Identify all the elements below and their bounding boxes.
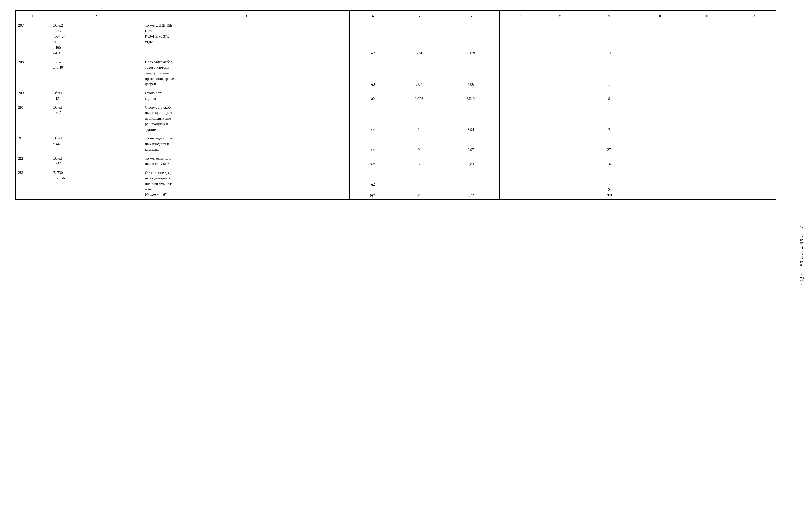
row-211-col12 — [730, 134, 776, 154]
row-213-col12 — [730, 169, 776, 200]
row-208-desc: Прокладка асбес-тового картонамежду щита… — [142, 58, 350, 89]
row-209-num: 209 — [16, 89, 50, 103]
col-header-12: I2 — [730, 11, 776, 21]
table-header-row: I 2 3 4 5 6 7 8 9 IO II I2 — [16, 11, 776, 21]
col-header-1: I — [16, 11, 50, 21]
row-212-unit: к-т — [350, 154, 396, 169]
row-209-desc: Стоимостькартона — [142, 89, 350, 103]
row-208-price: 4,86 — [442, 58, 499, 89]
row-210-num: 2I0 — [16, 103, 50, 134]
row-209-unit: м2 — [350, 89, 396, 103]
row-211-col7 — [500, 134, 540, 154]
row-209-col9: 8 — [580, 89, 638, 103]
row-210-price: 8,94 — [442, 103, 499, 134]
table-row: 2I2 Сб.ч.Iп.450 То же, однополь-ных в са… — [16, 154, 776, 169]
table-row: 2I0 Сб.ч.Iп.447 Стоимость скобя-ных изде… — [16, 103, 776, 134]
table-row: 209 Сб.ч.Iп.I2 Стоимостькартона м2 0,026… — [16, 89, 776, 103]
row-211-price: 2,97 — [442, 134, 499, 154]
table-row: 2II Сб.ч.Iп.448 То же, однополь-ных вход… — [16, 134, 776, 154]
row-211-col11 — [684, 134, 730, 154]
col-header-9: 9 — [580, 11, 638, 21]
row-212-col12 — [730, 154, 776, 169]
row-209-col8 — [540, 89, 580, 103]
row-207-desc: То же, ДН 2I-I5БПГУI7,3+I,9Ix0,37xxI,02 — [142, 21, 350, 58]
col-header-10: IO — [638, 11, 684, 21]
row-207-qty: 6,I4 — [396, 21, 442, 58]
row-213-qty: 0,89 — [396, 169, 442, 200]
row-210-col10 — [638, 103, 684, 134]
table-row: 208 26-37ш.8-I0 Прокладка асбес-тового к… — [16, 58, 776, 89]
row-208-qty: 0,04 — [396, 58, 442, 89]
row-208-col12 — [730, 58, 776, 89]
row-213-unit: м2руб — [350, 169, 396, 200]
row-209-col10 — [638, 89, 684, 103]
row-210-col9: I8 — [580, 103, 638, 134]
row-209-price: 3I2,0 — [442, 89, 499, 103]
row-212-desc: То же, однополь-ных в санузлах — [142, 154, 350, 169]
row-209-col11 — [684, 89, 730, 103]
row-213-price: 2,22 — [442, 169, 499, 200]
row-213-desc: Остекление двер-ных одинарныхполотен 4мм… — [142, 169, 350, 200]
row-208-col11 — [684, 58, 730, 89]
row-212-price: 2,83 — [442, 154, 499, 169]
row-211-desc: То же, однополь-ных входных вкомнаты — [142, 134, 350, 154]
table-row: 2I3 I5-730ш.20I-6 Остекление двер-ных од… — [16, 169, 776, 200]
row-211-num: 2II — [16, 134, 50, 154]
row-211-unit: к-т — [350, 134, 396, 154]
row-207-col7 — [500, 21, 540, 58]
row-207-num: 207 — [16, 21, 50, 58]
table-row: 207 Сб.ч.2п.242пр07-27--01п.I90таб3 То ж… — [16, 21, 776, 58]
side-label: 503-2-I4.86 /ЛП/ · 43 · — [794, 0, 809, 511]
col-header-2: 2 — [50, 11, 142, 21]
row-209-qty: 0,026 — [396, 89, 442, 103]
row-207-unit: м2 — [350, 21, 396, 58]
document-id-label: 503-2-I4.86 /ЛП/ — [799, 226, 805, 266]
col-header-6: 6 — [442, 11, 499, 21]
row-208-col7 — [500, 58, 540, 89]
col-header-4: 4 — [350, 11, 396, 21]
row-207-col9: III — [580, 21, 638, 58]
row-212-col10 — [638, 154, 684, 169]
row-210-qty: 2 — [396, 103, 442, 134]
row-213-col7 — [500, 169, 540, 200]
row-212-num: 2I2 — [16, 154, 50, 169]
row-213-col11 — [684, 169, 730, 200]
row-213-num: 2I3 — [16, 169, 50, 200]
row-210-ref: Сб.ч.Iп.447 — [50, 103, 142, 134]
col-header-3: 3 — [142, 11, 350, 21]
row-210-col11 — [684, 103, 730, 134]
row-210-desc: Стоимость скобя-ных изделий длядвупольны… — [142, 103, 350, 134]
row-213-ref: I5-730ш.20I-6 — [50, 169, 142, 200]
row-208-ref: 26-37ш.8-I0 — [50, 58, 142, 89]
row-207-price: I8,02I — [442, 21, 499, 58]
row-208-num: 208 — [16, 58, 50, 89]
row-212-col7 — [500, 154, 540, 169]
row-208-col8 — [540, 58, 580, 89]
row-208-col9: I — [580, 58, 638, 89]
row-209-col12 — [730, 89, 776, 103]
row-211-col8 — [540, 134, 580, 154]
row-213-col9: 2769 — [580, 169, 638, 200]
page-container: 503-2-I4.86 /ЛП/ · 43 · I 2 3 4 5 6 7 8 … — [0, 0, 812, 511]
row-207-col11 — [684, 21, 730, 58]
row-207-col8 — [540, 21, 580, 58]
row-213-col8 — [540, 169, 580, 200]
row-207-col12 — [730, 21, 776, 58]
page-number-label: · 43 · — [799, 274, 805, 285]
main-table: I 2 3 4 5 6 7 8 9 IO II I2 207 Сб.ч.2п.2… — [15, 10, 776, 200]
row-212-qty: 5 — [396, 154, 442, 169]
row-211-col10 — [638, 134, 684, 154]
row-212-col8 — [540, 154, 580, 169]
row-211-ref: Сб.ч.Iп.448 — [50, 134, 142, 154]
row-209-ref: Сб.ч.Iп.I2 — [50, 89, 142, 103]
col-header-5: 5 — [396, 11, 442, 21]
row-212-col11 — [684, 154, 730, 169]
row-211-col9: 27 — [580, 134, 638, 154]
row-210-col12 — [730, 103, 776, 134]
col-header-11: II — [684, 11, 730, 21]
row-208-col10 — [638, 58, 684, 89]
row-210-col7 — [500, 103, 540, 134]
col-header-8: 8 — [540, 11, 580, 21]
row-213-itogo-label: Итого по "б" — [145, 193, 167, 197]
row-207-ref: Сб.ч.2п.242пр07-27--01п.I90таб3 — [50, 21, 142, 58]
